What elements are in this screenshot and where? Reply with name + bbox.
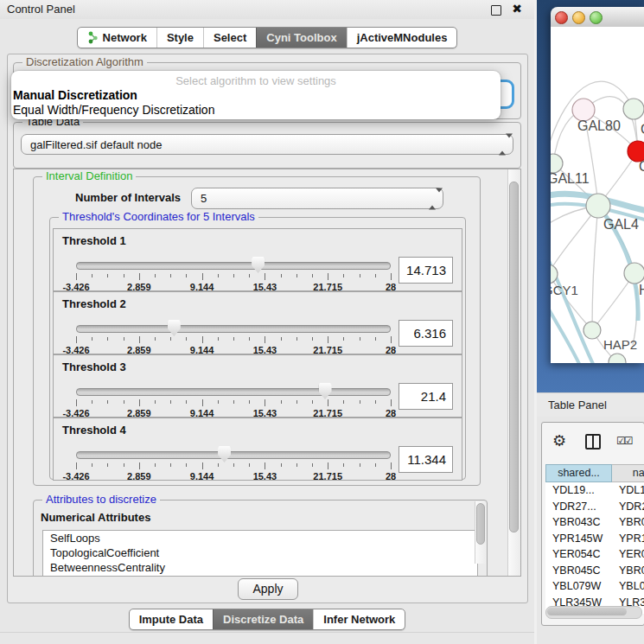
- table-cell-shared-name[interactable]: YER054C: [545, 546, 612, 563]
- table-rows: YDL19...YDL1YDR27...YDR2YBR043CYBR0YPR14…: [545, 482, 644, 614]
- table-cell-name[interactable]: YBL0: [612, 578, 644, 595]
- threshold-label: Threshold 1: [62, 234, 126, 247]
- tab-discretize-data[interactable]: Discretize Data: [213, 609, 313, 629]
- zoom-traffic-light-icon[interactable]: [590, 11, 603, 24]
- apply-button[interactable]: Apply: [238, 578, 298, 600]
- node-table: shared... name: [545, 464, 644, 482]
- tab-cyni-toolbox[interactable]: Cyni Toolbox: [256, 28, 346, 48]
- group-title-thresholds: Threshold's Coordinates for 5 Intervals: [59, 211, 258, 223]
- network-window-titlebar[interactable]: [551, 7, 644, 28]
- tab-jactivemnodules[interactable]: jActiveMNodules: [347, 28, 457, 48]
- numerical-attributes-label: Numerical Attributes: [41, 511, 150, 524]
- table-cell-name[interactable]: YDL1: [612, 482, 644, 499]
- tab-impute-data[interactable]: Impute Data: [130, 609, 213, 629]
- node-bottom-partial[interactable]: [609, 354, 626, 363]
- node-gal4[interactable]: [586, 194, 610, 218]
- table-row[interactable]: YBR045CYBR0: [545, 563, 644, 579]
- settings-scroll-panel: Interval Definition Number of Intervals …: [13, 169, 521, 577]
- threshold-value[interactable]: 11.344: [399, 446, 453, 473]
- table-cell-name[interactable]: YPR1: [612, 531, 644, 547]
- popup-option-equal-width-frequency[interactable]: Equal Width/Frequency Discretization: [13, 103, 214, 118]
- table-cell-name[interactable]: YBR0: [612, 563, 644, 579]
- checkboxes-icon[interactable]: ☑☑: [616, 435, 632, 447]
- table-cell-shared-name[interactable]: YPR145W: [545, 531, 612, 547]
- thresholds-group: Threshold's Coordinates for 5 Intervals …: [49, 217, 466, 480]
- tab-label: Impute Data: [139, 613, 203, 626]
- tab-select[interactable]: Select: [203, 28, 256, 48]
- table-row[interactable]: YBL079WYBL0: [545, 578, 644, 595]
- table-row[interactable]: YDR27...YDR2: [545, 499, 644, 515]
- slider-track[interactable]: [76, 451, 391, 459]
- tab-label: Select: [214, 31, 246, 44]
- attribute-list: SelfLoopsTopologicalCoefficientBetweenne…: [42, 530, 478, 577]
- node-hap2[interactable]: [583, 322, 601, 339]
- settings-scrollbar-thumb[interactable]: [509, 182, 519, 532]
- slider-track[interactable]: [76, 262, 391, 270]
- threshold-slider[interactable]: -3.4262.8599.14415.4321.71528: [76, 451, 391, 479]
- threshold-panel: Threshold 3 -3.4262.8599.14415.4321.7152…: [53, 354, 462, 418]
- table-cell-shared-name[interactable]: YDR27...: [545, 499, 612, 515]
- network-canvas[interactable]: GAL80 GA C GAL11 GAL4 GCY1 H HAP2: [551, 27, 644, 363]
- number-of-intervals-combobox[interactable]: 5: [191, 188, 443, 209]
- table-panel-inner: ⚙ ☑☑ shared... name YDL19...YDL1YDR27...…: [541, 422, 644, 626]
- table-cell-shared-name[interactable]: YBR045C: [545, 563, 612, 579]
- table-cell-shared-name[interactable]: YDL19...: [545, 482, 612, 499]
- popup-option-manual-discretization[interactable]: Manual Discretization: [13, 88, 137, 103]
- table-cell-shared-name[interactable]: YBL079W: [545, 578, 612, 595]
- table-cell-name[interactable]: YER0: [612, 546, 644, 563]
- threshold-slider[interactable]: -3.4262.8599.14415.4321.71528: [76, 388, 391, 416]
- slider-handle[interactable]: [218, 446, 231, 462]
- gear-icon[interactable]: ⚙: [552, 431, 566, 450]
- columns-icon[interactable]: [585, 434, 601, 450]
- table-row[interactable]: YER054CYER0: [545, 546, 644, 563]
- threshold-panel: Threshold 1 -3.4262.8599.14415.4321.7152…: [53, 228, 462, 291]
- slider-handle[interactable]: [168, 320, 181, 336]
- attribute-item[interactable]: BetweennessCentrality: [43, 560, 477, 575]
- bottom-tab-control: Impute Data Discretize Data Infer Networ…: [129, 609, 406, 630]
- tab-network[interactable]: Network: [78, 28, 156, 48]
- network-view-window[interactable]: GAL80 GA C GAL11 GAL4 GCY1 H HAP2: [551, 7, 644, 363]
- slider-ticks: [76, 462, 391, 470]
- node-h[interactable]: [624, 263, 644, 284]
- tab-label: Style: [167, 31, 194, 44]
- tab-label: jActiveMNodules: [357, 31, 448, 44]
- network-graph: GAL80 GA C GAL11 GAL4 GCY1 H HAP2: [551, 27, 644, 363]
- attribute-list-scrollbar-thumb[interactable]: [476, 503, 485, 545]
- threshold-label: Threshold 4: [62, 424, 126, 437]
- threshold-value[interactable]: 14.713: [399, 257, 453, 284]
- table-data-combobox[interactable]: galFiltered.sif default node: [21, 134, 513, 155]
- attribute-item[interactable]: TopologicalCoefficient: [43, 545, 477, 560]
- table-row[interactable]: YPR145WYPR1: [545, 531, 644, 547]
- slider-handle[interactable]: [252, 257, 265, 273]
- tab-style[interactable]: Style: [156, 28, 203, 48]
- table-cell-shared-name[interactable]: YBR043C: [545, 514, 612, 531]
- threshold-panel: Threshold 4 -3.4262.8599.14415.4321.7152…: [53, 418, 462, 481]
- slider-track[interactable]: [76, 325, 391, 333]
- table-hscrollbar-thumb[interactable]: [547, 608, 627, 615]
- slider-track[interactable]: [76, 388, 391, 396]
- table-hscrollbar-track[interactable]: [545, 606, 642, 619]
- number-of-intervals-label: Number of Intervals: [75, 191, 181, 204]
- table-cell-name[interactable]: YBR0: [612, 514, 644, 531]
- table-cell-name[interactable]: YDR2: [612, 499, 644, 515]
- column-header-name[interactable]: name: [612, 464, 644, 482]
- float-window-icon[interactable]: [491, 5, 501, 16]
- node-top-right[interactable]: [623, 99, 644, 119]
- application-root: Control Panel ✖ Network Style: [0, 0, 644, 644]
- table-row[interactable]: YBR043CYBR0: [545, 514, 644, 531]
- node-label-partial-ga: GA: [641, 122, 644, 137]
- tab-infer-network[interactable]: Infer Network: [313, 609, 405, 629]
- threshold-value[interactable]: 21.4: [399, 383, 453, 410]
- table-row[interactable]: YDL19...YDL1: [545, 482, 644, 499]
- close-traffic-light-icon[interactable]: [555, 11, 568, 24]
- threshold-value[interactable]: 6.316: [399, 320, 453, 347]
- close-icon[interactable]: ✖: [512, 2, 522, 16]
- number-of-intervals-value: 5: [201, 192, 207, 205]
- threshold-slider[interactable]: -3.4262.8599.14415.4321.71528: [76, 325, 391, 353]
- column-header-shared-name[interactable]: shared...: [545, 464, 612, 482]
- control-panel-titlebar: Control Panel ✖: [0, 0, 534, 19]
- minimize-traffic-light-icon[interactable]: [572, 11, 585, 24]
- slider-handle[interactable]: [319, 383, 332, 399]
- attribute-item[interactable]: SelfLoops: [43, 531, 477, 545]
- threshold-slider[interactable]: -3.4262.8599.14415.4321.71528: [76, 262, 391, 290]
